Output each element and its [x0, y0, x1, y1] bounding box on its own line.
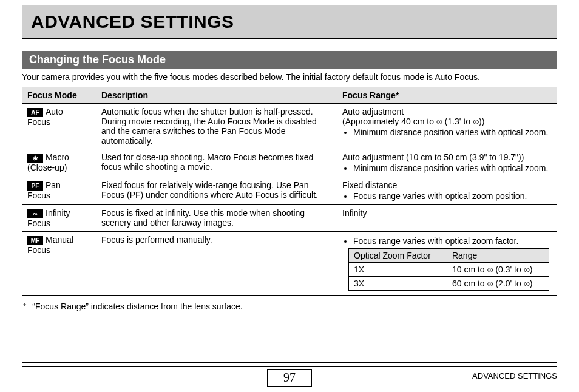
footer-row: 97 ADVANCED SETTINGS: [22, 369, 557, 386]
desc-cell: Focus is fixed at infinity. Use this mod…: [96, 205, 337, 232]
mode-cell: PFPan Focus: [22, 177, 96, 205]
range-cell: Auto adjustment (Approximately 40 cm to …: [337, 104, 557, 149]
range-cell: Fixed distance Focus range varies with o…: [337, 177, 557, 205]
footnote-text: “Focus Range” indicates distance from th…: [32, 302, 242, 311]
page-number: 97: [267, 369, 312, 387]
range-cell: Auto adjustment (10 cm to 50 cm (3.9" to…: [337, 149, 557, 177]
mode-name-l1: Auto: [46, 107, 63, 117]
mode-cell: ❀Macro (Close-up): [22, 149, 96, 177]
zoom-r2c2: 60 cm to ∞ (2.0' to ∞): [447, 276, 549, 290]
infinity-icon: ∞: [524, 265, 530, 274]
macro-icon: ❀: [27, 154, 43, 163]
range-lead-l2a: (Approximately 40 cm to: [342, 117, 436, 126]
zoom-r1c2c: ): [530, 265, 533, 274]
zoom-r2c1: 3X: [349, 276, 447, 290]
focus-mode-table: Focus Mode Description Focus Range* AFAu…: [22, 87, 557, 296]
range-cell: Infinity: [337, 205, 557, 232]
zoom-row: 3X 60 cm to ∞ (2.0' to ∞): [349, 276, 549, 290]
table-row: ❀Macro (Close-up) Used for close-up shoo…: [22, 149, 557, 177]
range-list: Focus range varies with optical zoom fac…: [342, 236, 552, 246]
mode-name-l2: Focus: [27, 117, 50, 127]
table-header-row: Focus Mode Description Focus Range*: [22, 87, 557, 104]
mode-name-l1: Manual: [46, 235, 73, 245]
infinity-icon: ∞: [436, 117, 442, 126]
mode-cell: MFManual Focus: [22, 231, 96, 295]
range-lead: Infinity: [342, 208, 367, 218]
mode-name-l1: Macro: [46, 152, 69, 162]
zoom-r1c2b: (0.3' to: [493, 265, 524, 274]
footer-rule: [22, 362, 557, 367]
table-row: PFPan Focus Fixed focus for relatively w…: [22, 177, 557, 205]
infinity-mode-icon: ∞: [27, 209, 43, 218]
header-focus-range-marker: *: [396, 90, 399, 100]
pf-icon: PF: [27, 181, 43, 191]
zoom-row: 1X 10 cm to ∞ (0.3' to ∞): [349, 262, 549, 276]
desc-cell: Focus is performed manually.: [96, 231, 337, 295]
footer: 97 ADVANCED SETTINGS: [22, 362, 557, 386]
page-container: ADVANCED SETTINGS Changing the Focus Mod…: [0, 0, 579, 311]
mode-cell: AFAuto Focus: [22, 104, 96, 149]
desc-cell: Fixed focus for relatively wide-range fo…: [96, 177, 337, 205]
infinity-icon: ∞: [473, 117, 479, 126]
page-title: ADVANCED SETTINGS: [31, 12, 548, 32]
intro-text: Your camera provides you with the five f…: [22, 72, 557, 82]
zoom-r2c2b: (2.0' to: [493, 279, 524, 288]
mf-icon: MF: [27, 236, 43, 245]
header-focus-range: Focus Range*: [337, 87, 557, 104]
mode-name-l2: (Close-up): [27, 163, 67, 172]
mode-name-l1: Infinity: [46, 208, 70, 218]
header-focus-range-text: Focus Range: [342, 90, 396, 100]
desc-cell: Used for close-up shooting. Macro Focus …: [96, 149, 337, 177]
range-list: Focus range varies with optical zoom pos…: [342, 191, 552, 201]
mode-name-l2: Focus: [27, 218, 50, 228]
zoom-h1: Optical Zoom Factor: [349, 248, 447, 262]
footnote-marker: *: [22, 302, 30, 311]
range-lead-l2c: )): [479, 117, 484, 126]
desc-cell: Automatic focus when the shutter button …: [96, 104, 337, 149]
zoom-header-row: Optical Zoom Factor Range: [349, 248, 549, 262]
range-lead-l2b: (1.3' to: [442, 117, 473, 126]
range-bullet: Focus range varies with optical zoom fac…: [353, 236, 552, 246]
infinity-icon: ∞: [524, 279, 530, 288]
range-list: Minimum distance position varies with op…: [342, 127, 552, 137]
table-row: AFAuto Focus Automatic focus when the sh…: [22, 104, 557, 149]
footer-title: ADVANCED SETTINGS: [472, 371, 557, 380]
infinity-icon: ∞: [487, 279, 493, 288]
footnote: * “Focus Range” indicates distance from …: [22, 302, 557, 311]
range-bullet: Focus range varies with optical zoom pos…: [353, 191, 552, 201]
table-row: ∞Infinity Focus Focus is fixed at infini…: [22, 205, 557, 232]
header-focus-mode: Focus Mode: [22, 87, 96, 104]
range-bullet: Minimum distance position varies with op…: [353, 163, 552, 173]
range-lead: Fixed distance: [342, 180, 397, 190]
range-lead-l1: Auto adjustment: [342, 107, 404, 117]
range-cell: Focus range varies with optical zoom fac…: [337, 231, 557, 295]
zoom-r2c2a: 60 cm to: [452, 279, 487, 288]
zoom-r1c2: 10 cm to ∞ (0.3' to ∞): [447, 262, 549, 276]
mode-name-l2: Focus: [27, 191, 50, 200]
zoom-r1c1: 1X: [349, 262, 447, 276]
mode-name-l2: Focus: [27, 245, 50, 255]
range-list: Minimum distance position varies with op…: [342, 163, 552, 173]
zoom-factor-table: Optical Zoom Factor Range 1X 10 cm to ∞ …: [348, 248, 549, 291]
range-lead: Auto adjustment (10 cm to 50 cm (3.9" to…: [342, 152, 524, 162]
infinity-icon: ∞: [487, 265, 493, 274]
section-header: Changing the Focus Mode: [22, 51, 557, 69]
header-description: Description: [96, 87, 337, 104]
range-bullet: Minimum distance position varies with op…: [353, 127, 552, 137]
table-row: MFManual Focus Focus is performed manual…: [22, 231, 557, 295]
mode-name-l1: Pan: [46, 180, 61, 190]
zoom-r1c2a: 10 cm to: [452, 265, 487, 274]
zoom-r2c2c: ): [530, 279, 533, 288]
mode-cell: ∞Infinity Focus: [22, 205, 96, 232]
title-bar: ADVANCED SETTINGS: [22, 5, 557, 39]
af-icon: AF: [27, 108, 43, 117]
zoom-h2: Range: [447, 248, 549, 262]
